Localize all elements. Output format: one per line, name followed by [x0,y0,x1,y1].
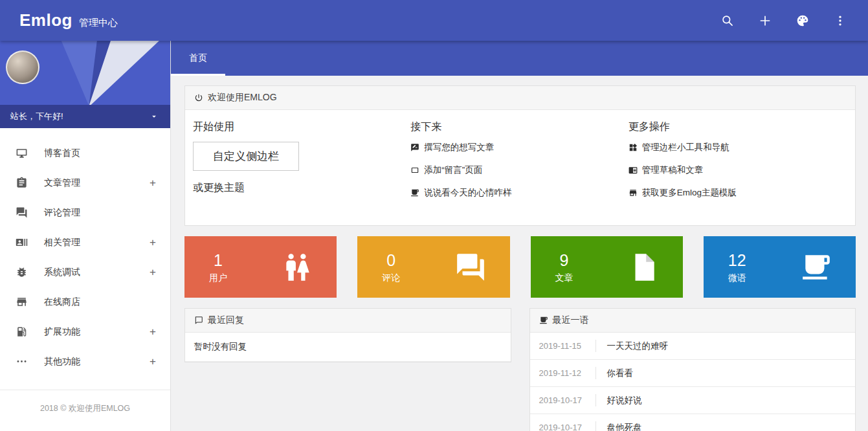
expand-plus-icon[interactable]: + [150,177,156,190]
app-logo: Emlog [19,10,72,30]
avatar[interactable] [6,50,39,84]
link-write-article[interactable]: 撰写您的想写文章 [410,142,615,153]
note-text: 好说好说 [607,395,642,406]
coffee-icon [410,188,419,197]
stat-label: 评论 [382,272,400,284]
link-label: 撰写您的想写文章 [424,142,494,153]
sidebar-item-label: 评论管理 [44,207,156,219]
app-subtitle: 管理中心 [79,17,118,29]
coffee-icon [800,251,832,283]
expand-plus-icon[interactable]: + [150,236,156,249]
col-title: 接下来 [410,120,615,134]
search-icon[interactable] [720,14,735,28]
link-label: 管理草稿和文章 [642,164,704,176]
col-title: 更多操作 [629,120,833,134]
link-add-message-page[interactable]: 添加“留言”页面 [410,164,615,176]
note-text: 你看看 [607,368,634,379]
note-row[interactable]: 2019-11-15 一天天过的难呀 [530,333,856,360]
sidebar-item-label: 相关管理 [44,237,150,249]
add-icon[interactable] [758,14,772,28]
stat-card-notes[interactable]: 12 微语 [704,236,856,298]
sidebar-item-label: 在线商店 [44,296,156,308]
col-title: 开始使用 [193,120,397,134]
stat-value: 1 [209,250,227,270]
coffee-icon [539,316,548,325]
widgets-icon [629,143,638,152]
stat-card-comments[interactable]: 0 评论 [357,236,509,298]
note-row[interactable]: 2019-10-17 好说好说 [530,387,856,414]
link-get-themes[interactable]: 获取更多Emlog主题模版 [629,187,833,199]
stat-card-articles[interactable]: 9 文章 [531,236,683,298]
store-icon [16,296,28,309]
no-replies-text: 暂时没有回复 [185,333,511,362]
change-theme-link[interactable]: 或更换主题 [193,181,397,195]
main-area: 首页 欢迎使用EMLOG 开始使用 自定义侧边栏 或更换主题 [171,41,868,431]
note-row[interactable]: 2019-11-12 你看看 [530,360,856,387]
stat-label: 文章 [555,272,573,284]
stat-label: 用户 [209,272,227,284]
topbar-actions [720,14,847,28]
topbar: Emlog 管理中心 [0,0,868,41]
link-label: 添加“留言”页面 [424,164,482,176]
ellipsis-icon [16,355,28,368]
sidebar-item-label: 扩展功能 [44,326,150,338]
sidebar-item-articles[interactable]: 文章管理 + [0,168,170,198]
sidebar-item-comments[interactable]: 评论管理 [0,198,170,228]
greeting-dropdown[interactable]: 站长，下午好! [0,105,170,128]
recent-notes-header: 最近一语 [530,309,856,333]
recent-replies-panel: 最近回复 暂时没有回复 [184,308,511,362]
sidebar-item-other[interactable]: 其他功能 + [0,347,170,377]
welcome-body: 开始使用 自定义侧边栏 或更换主题 接下来 撰写您的想写文章 [185,110,855,225]
contacts-icon [16,236,28,249]
sidebar-item-extensions[interactable]: 扩展功能 + [0,317,170,347]
stat-value: 12 [728,250,746,270]
tab-home[interactable]: 首页 [171,41,225,76]
sidebar-item-label: 博客首页 [44,148,156,159]
stat-value: 0 [382,250,400,270]
note-date: 2019-11-15 [539,340,596,352]
sidebar-hero: 站长，下午好! [0,41,170,128]
sidebar-item-related[interactable]: 相关管理 + [0,228,170,258]
monitor-icon [16,147,28,160]
sidebar: 站长，下午好! 博客首页 文章管理 + 评论管 [0,41,171,431]
note-text: 一天天过的难呀 [607,340,669,352]
comments-icon [16,206,28,219]
sidebar-item-label: 系统调试 [44,267,150,278]
tabbar: 首页 [171,41,868,76]
link-label: 获取更多Emlog主题模版 [642,187,737,199]
panel-title: 最近一语 [553,315,589,326]
stat-card-users[interactable]: 1 用户 [184,236,337,298]
link-label: 说说看今天的心情咋样 [424,187,511,199]
palette-icon[interactable] [796,14,810,28]
comment-outline-icon [194,316,203,325]
expand-plus-icon[interactable]: + [150,355,156,368]
file-icon [627,251,660,283]
article-icon [16,177,28,190]
content: 欢迎使用EMLOG 开始使用 自定义侧边栏 或更换主题 接下来 [171,76,868,431]
note-date: 2019-10-17 [539,421,596,431]
link-post-mood[interactable]: 说说看今天的心情咋样 [410,187,615,199]
note-row[interactable]: 2019-10-17 盘他死盘 [530,414,856,431]
sidebar-item-debug[interactable]: 系统调试 + [0,258,170,287]
note-text: 盘他死盘 [607,422,642,431]
expand-plus-icon[interactable]: + [150,326,156,338]
welcome-col-more: 更多操作 管理边栏小工具和导航 管理草稿和文章 [629,120,846,210]
sidebar-item-blog-home[interactable]: 博客首页 [0,138,170,168]
note-date: 2019-11-12 [539,367,596,379]
more-vert-icon[interactable] [833,14,847,28]
sidebar-item-label: 文章管理 [44,177,150,189]
welcome-col-next: 接下来 撰写您的想写文章 添加“留言”页面 [410,120,628,210]
expand-plus-icon[interactable]: + [150,266,156,279]
link-manage-widgets[interactable]: 管理边栏小工具和导航 [629,142,833,153]
stat-label: 微语 [728,272,746,284]
sidebar-menu: 博客首页 文章管理 + 评论管理 相关管理 + [0,128,170,390]
sidebar-item-label: 其他功能 [44,356,150,368]
customize-sidebar-button[interactable]: 自定义侧边栏 [193,142,299,171]
store-icon [629,188,638,197]
sidebar-footer: 2018 © 欢迎使用EMLOG [0,390,170,431]
plugin-icon [16,326,28,338]
greeting-text: 站长，下午好! [10,111,63,122]
link-manage-drafts[interactable]: 管理草稿和文章 [629,164,833,176]
sidebar-item-store[interactable]: 在线商店 [0,287,170,317]
chevron-down-icon [150,112,159,121]
